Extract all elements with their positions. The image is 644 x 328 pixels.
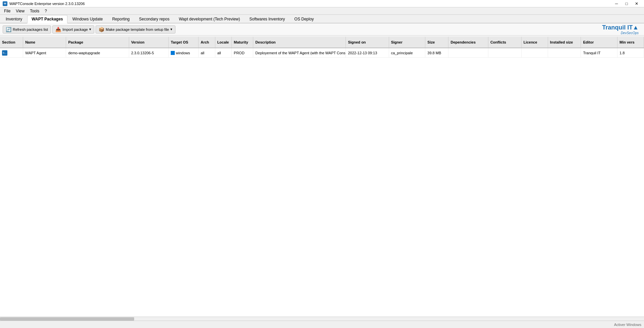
menu-help[interactable]: ?	[42, 8, 50, 14]
cell-version: 2.3.0.13206-5	[129, 48, 169, 57]
col-editor[interactable]: Editor	[581, 37, 618, 48]
cell-dependencies	[448, 48, 488, 57]
statusbar: Activer Windows	[0, 321, 644, 328]
tab-softwares-inventory[interactable]: Softwares Inventory	[245, 15, 289, 23]
main-content: Section Name Package Version Target OS A…	[0, 37, 644, 317]
cell-signer: ca_principale	[389, 48, 426, 57]
titlebar-left: W WAPTConsole Enterprise version 2.3.0.1…	[3, 1, 85, 6]
col-min-vers[interactable]: Min vers	[618, 37, 644, 48]
import-icon: 📥	[55, 27, 61, 32]
logo-sub: DevSecOps	[602, 31, 639, 35]
toolbar: 🔄 Refresh packages list 📥 Import package…	[0, 23, 644, 36]
close-button[interactable]: ✕	[632, 0, 641, 7]
col-licence[interactable]: Licence	[522, 37, 548, 48]
menu-tools[interactable]: Tools	[27, 8, 42, 14]
menubar: File View Tools ?	[0, 7, 644, 15]
cell-description: Deployement of the WAPT Agent (with the …	[253, 48, 346, 57]
column-headers: Section Name Package Version Target OS A…	[0, 37, 644, 48]
tabbar: Inventory WAPT Packages Windows Update R…	[0, 15, 644, 23]
tab-reporting[interactable]: Reporting	[108, 15, 134, 23]
titlebar: W WAPTConsole Enterprise version 2.3.0.1…	[0, 0, 644, 7]
table-row[interactable]: b... WAPT Agent demo-waptupgrade 2.3.0.1…	[0, 48, 644, 58]
table-area: b... WAPT Agent demo-waptupgrade 2.3.0.1…	[0, 48, 644, 317]
template-label: Make package template from setup file	[106, 27, 169, 31]
menu-view[interactable]: View	[13, 8, 27, 14]
template-dropdown-icon: ▾	[170, 27, 172, 31]
tab-os-deploy[interactable]: OS Deploy	[290, 15, 318, 23]
windows-os-icon	[171, 51, 175, 55]
cell-signed-on: 2022-12-13 09:13	[346, 48, 389, 57]
col-size[interactable]: Size	[425, 37, 448, 48]
col-signed-on[interactable]: Signed on	[346, 37, 389, 48]
template-icon: 📦	[99, 27, 104, 32]
col-target-os[interactable]: Target OS	[169, 37, 199, 48]
import-package-button[interactable]: 📥 Import package ▾	[52, 25, 94, 34]
cell-editor: Tranquil IT	[581, 48, 618, 57]
col-description[interactable]: Description	[253, 37, 346, 48]
cell-maturity: PROD	[232, 48, 253, 57]
tab-inventory[interactable]: Inventory	[1, 15, 26, 23]
refresh-packages-button[interactable]: 🔄 Refresh packages list	[3, 25, 51, 34]
cell-locale: all	[215, 48, 232, 57]
import-dropdown-icon: ▾	[89, 27, 91, 31]
refresh-icon: 🔄	[6, 27, 11, 32]
titlebar-controls: ─ □ ✕	[612, 0, 641, 7]
maximize-button[interactable]: □	[622, 0, 631, 7]
make-template-button[interactable]: 📦 Make package template from setup file …	[96, 25, 175, 34]
col-section[interactable]: Section	[0, 37, 23, 48]
col-conflicts[interactable]: Conflicts	[488, 37, 522, 48]
import-label: Import package	[62, 27, 88, 31]
col-arch[interactable]: Arch	[199, 37, 215, 48]
cell-target-os: windows	[169, 48, 199, 57]
col-dependencies[interactable]: Dependencies	[448, 37, 488, 48]
cell-licence	[522, 48, 548, 57]
cell-min-vers: 1.8	[618, 48, 644, 57]
app-icon: W	[3, 1, 7, 6]
col-installed-size[interactable]: Installed size	[548, 37, 581, 48]
menu-file[interactable]: File	[1, 8, 13, 14]
section-icon: b...	[2, 50, 7, 56]
tab-windows-update[interactable]: Windows Update	[68, 15, 107, 23]
refresh-label: Refresh packages list	[13, 27, 48, 31]
col-package[interactable]: Package	[66, 37, 129, 48]
col-signer[interactable]: Signer	[389, 37, 426, 48]
horizontal-scrollbar[interactable]	[0, 317, 644, 321]
cell-size: 39.8 MB	[425, 48, 448, 57]
cell-arch: all	[199, 48, 215, 57]
col-locale[interactable]: Locale	[215, 37, 232, 48]
cell-conflicts	[488, 48, 522, 57]
tab-wapt-dev[interactable]: Wapt development (Tech Preview)	[174, 15, 244, 23]
tab-wapt-packages[interactable]: WAPT Packages	[27, 15, 67, 23]
minimize-button[interactable]: ─	[612, 0, 621, 7]
col-version[interactable]: Version	[129, 37, 169, 48]
cell-name: WAPT Agent	[23, 48, 66, 57]
window-title: WAPTConsole Enterprise version 2.3.0.132…	[9, 2, 85, 6]
logo-area: Tranquil IT▲ DevSecOps	[602, 24, 641, 35]
activate-windows-text: Activer Windows	[614, 323, 641, 327]
hscrollbar-thumb[interactable]	[0, 317, 134, 321]
cell-package: demo-waptupgrade	[66, 48, 129, 57]
cell-installed-size	[548, 48, 581, 57]
col-name[interactable]: Name	[23, 37, 66, 48]
tab-secondary-repos[interactable]: Secondary repos	[135, 15, 174, 23]
logo-text: Tranquil IT▲	[602, 24, 639, 31]
cell-section: b...	[0, 48, 23, 57]
col-maturity[interactable]: Maturity	[232, 37, 253, 48]
